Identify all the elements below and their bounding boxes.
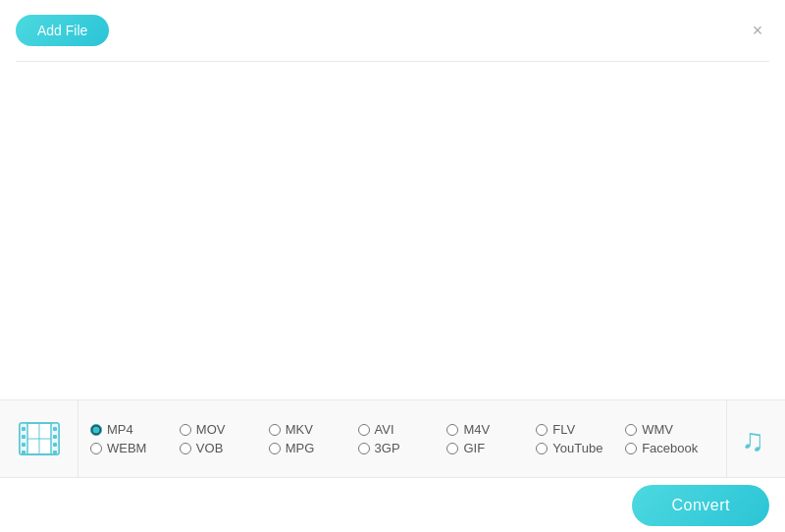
svg-text:♫: ♫ bbox=[741, 422, 764, 456]
format-label-gif: GIF bbox=[463, 441, 485, 455]
format-label-mkv: MKV bbox=[286, 422, 313, 437]
format-option-facebook[interactable]: Facebook bbox=[625, 441, 714, 455]
format-label-wmv: WMV bbox=[642, 422, 673, 437]
film-icon bbox=[18, 417, 61, 460]
svg-rect-8 bbox=[53, 435, 57, 439]
format-option-mov[interactable]: MOV bbox=[180, 422, 269, 437]
format-option-avi[interactable]: AVI bbox=[358, 422, 447, 437]
format-label-mov: MOV bbox=[196, 422, 226, 437]
format-option-mkv[interactable]: MKV bbox=[269, 422, 358, 437]
format-option-mp4[interactable]: MP4 bbox=[90, 422, 180, 437]
format-label-3gp: 3GP bbox=[375, 441, 400, 455]
format-option-gif[interactable]: GIF bbox=[446, 441, 536, 455]
format-option-wmv[interactable]: WMV bbox=[625, 422, 714, 437]
close-button[interactable]: × bbox=[746, 19, 769, 42]
svg-rect-3 bbox=[22, 427, 26, 431]
action-bar: Convert bbox=[0, 478, 785, 532]
format-option-youtube[interactable]: YouTube bbox=[536, 441, 625, 455]
format-option-3gp[interactable]: 3GP bbox=[358, 441, 447, 455]
format-label-vob: VOB bbox=[196, 441, 223, 455]
format-label-m4v: M4V bbox=[463, 422, 490, 437]
svg-rect-6 bbox=[22, 451, 26, 454]
music-note-icon: ♫ bbox=[741, 421, 772, 456]
audio-format-icon-box[interactable]: ♫ bbox=[726, 399, 785, 478]
format-label-webm: WEBM bbox=[107, 441, 146, 455]
add-file-button[interactable]: Add File bbox=[16, 15, 109, 46]
format-label-flv: FLV bbox=[552, 422, 575, 437]
svg-rect-7 bbox=[53, 427, 57, 431]
svg-rect-10 bbox=[53, 451, 57, 454]
top-bar: Add File × bbox=[0, 0, 785, 61]
convert-button[interactable]: Convert bbox=[632, 485, 769, 526]
format-option-webm[interactable]: WEBM bbox=[90, 441, 180, 455]
format-label-avi: AVI bbox=[375, 422, 394, 437]
svg-rect-4 bbox=[22, 435, 26, 439]
format-option-m4v[interactable]: M4V bbox=[446, 422, 536, 437]
format-panel: MP4 MOV MKV AVI M4V FLV WMV WEBM bbox=[0, 399, 785, 478]
drop-zone[interactable] bbox=[0, 62, 785, 366]
video-format-icon-box[interactable] bbox=[0, 399, 78, 478]
format-label-mp4: MP4 bbox=[107, 422, 133, 437]
svg-rect-5 bbox=[22, 443, 26, 447]
format-option-flv[interactable]: FLV bbox=[536, 422, 625, 437]
format-option-vob[interactable]: VOB bbox=[180, 441, 269, 455]
format-label-mpg: MPG bbox=[286, 441, 315, 455]
format-label-youtube: YouTube bbox=[552, 441, 602, 455]
format-option-mpg[interactable]: MPG bbox=[269, 441, 358, 455]
format-label-facebook: Facebook bbox=[642, 441, 698, 455]
svg-rect-9 bbox=[53, 443, 57, 447]
format-options-grid: MP4 MOV MKV AVI M4V FLV WMV WEBM bbox=[78, 414, 726, 463]
